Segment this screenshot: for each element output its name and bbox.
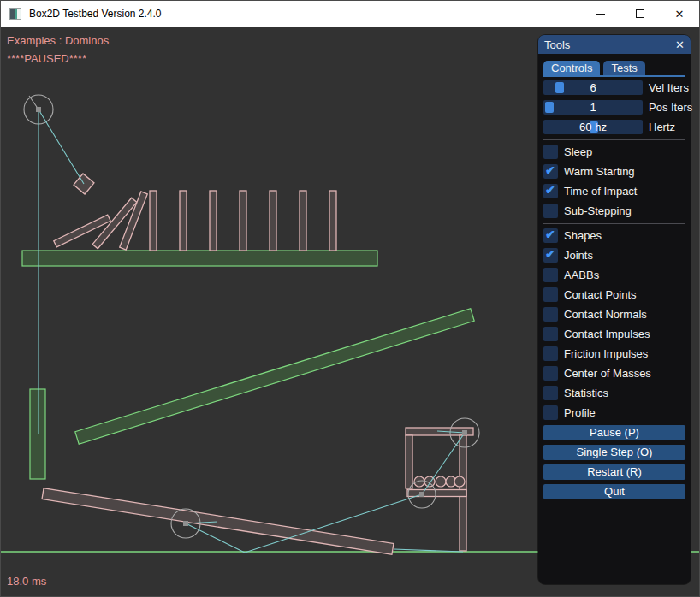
checkbox-contact-points[interactable]: Contact Points: [543, 287, 685, 302]
dynamic-body[interactable]: [240, 191, 246, 251]
minimize-icon: [596, 14, 605, 15]
slider-value-vel-iters: 6: [543, 80, 643, 95]
checkbox-label-friction-impulses: Friction Impulses: [564, 347, 648, 360]
checkbox-box-profile[interactable]: [543, 405, 558, 420]
slider-label-pos-iters: Pos Iters: [649, 101, 692, 114]
checkbox-section: Sleep✔Warm Starting✔Time of ImpactSub-St…: [543, 139, 685, 420]
dynamic-body[interactable]: [407, 490, 466, 497]
checkbox-box-contact-impulses[interactable]: [543, 327, 558, 341]
pause-p-button[interactable]: Pause (P): [543, 425, 685, 440]
check-icon: ✔: [545, 163, 555, 177]
slider-hertz[interactable]: 60 hz: [543, 120, 643, 134]
checkbox-label-contact-impulses: Contact Impulses: [564, 328, 650, 340]
static-body: [30, 389, 45, 479]
checkbox-label-profile: Profile: [564, 406, 596, 419]
paused-label: ****PAUSED****: [7, 52, 86, 65]
slider-row-hertz: 60 hzHertz: [543, 120, 685, 134]
dynamic-ball[interactable]: [454, 476, 465, 487]
app-icon: [9, 8, 21, 20]
checkbox-label-time-of-impact: Time of Impact: [564, 185, 637, 198]
separator: [543, 139, 685, 140]
marker-center: [419, 492, 424, 497]
dynamic-body[interactable]: [180, 191, 187, 251]
checkbox-label-contact-points: Contact Points: [564, 288, 637, 301]
checkbox-sub-stepping[interactable]: Sub-Stepping: [543, 204, 685, 218]
checkbox-warm-starting[interactable]: ✔Warm Starting: [543, 164, 685, 179]
checkbox-label-sub-stepping: Sub-Stepping: [564, 204, 632, 217]
quit-button[interactable]: Quit: [543, 484, 685, 499]
close-icon: ✕: [675, 9, 685, 20]
checkbox-box-time-of-impact[interactable]: ✔: [543, 184, 558, 198]
dynamic-body[interactable]: [406, 435, 412, 488]
window-title: Box2D Testbed Version 2.4.0: [29, 8, 162, 20]
checkbox-center-of-masses[interactable]: Center of Masses: [543, 366, 685, 381]
checkbox-sleep[interactable]: Sleep: [543, 145, 685, 159]
checkbox-profile[interactable]: Profile: [543, 405, 685, 420]
tab-tests[interactable]: Tests: [603, 61, 644, 75]
tab-controls[interactable]: Controls: [543, 61, 600, 75]
checkbox-box-sleep[interactable]: [543, 145, 558, 159]
marker-center: [462, 430, 467, 435]
example-label: Examples : Dominos: [7, 34, 109, 47]
checkbox-box-contact-points[interactable]: [543, 287, 558, 302]
slider-label-hertz: Hertz: [649, 121, 675, 133]
dynamic-body[interactable]: [300, 191, 306, 251]
window-controls: ✕: [581, 1, 699, 27]
slider-row-pos-iters: 1Pos Iters: [543, 100, 685, 115]
check-icon: ✔: [545, 183, 555, 197]
checkbox-box-aabbs[interactable]: [543, 268, 558, 282]
checkbox-contact-impulses[interactable]: Contact Impulses: [543, 327, 685, 341]
marker-center: [183, 521, 188, 526]
checkbox-box-sub-stepping[interactable]: [543, 204, 558, 218]
joint-line: [39, 109, 84, 184]
slider-vel-iters[interactable]: 6: [543, 80, 643, 95]
slider-label-vel-iters: Vel Iters: [649, 81, 689, 94]
tools-panel-titlebar[interactable]: Tools ✕: [538, 35, 691, 54]
dynamic-body[interactable]: [270, 191, 276, 251]
dynamic-body[interactable]: [150, 191, 157, 251]
checkbox-box-center-of-masses[interactable]: [543, 366, 558, 381]
marker-center: [36, 107, 41, 112]
checkbox-statistics[interactable]: Statistics: [543, 386, 685, 400]
checkbox-box-warm-starting[interactable]: ✔: [543, 164, 558, 179]
dynamic-ball[interactable]: [436, 476, 446, 487]
dynamic-ball[interactable]: [414, 476, 424, 487]
tools-panel-close-icon[interactable]: ✕: [675, 38, 685, 51]
checkbox-label-aabbs: AABBs: [564, 269, 599, 281]
checkbox-box-friction-impulses[interactable]: [543, 346, 558, 361]
checkbox-box-contact-normals[interactable]: [543, 307, 558, 322]
checkbox-shapes[interactable]: ✔Shapes: [543, 228, 685, 243]
close-button[interactable]: ✕: [660, 1, 699, 27]
static-body: [22, 251, 377, 266]
dynamic-body[interactable]: [210, 191, 217, 251]
maximize-icon: [636, 9, 644, 18]
tab-bar: ControlsTests: [543, 61, 685, 77]
checkbox-aabbs[interactable]: AABBs: [543, 268, 685, 282]
checkbox-box-statistics[interactable]: [543, 386, 558, 400]
tools-panel: Tools ✕ ControlsTests 6Vel Iters1Pos Ite…: [538, 35, 691, 584]
maximize-button[interactable]: [620, 1, 660, 27]
checkbox-label-statistics: Statistics: [564, 387, 608, 399]
checkbox-box-joints[interactable]: ✔: [543, 248, 558, 263]
checkbox-contact-normals[interactable]: Contact Normals: [543, 307, 685, 322]
static-ramp: [75, 309, 474, 444]
tools-panel-title: Tools: [544, 38, 570, 51]
button-section: Pause (P)Single Step (O)Restart (R)Quit: [543, 425, 685, 499]
checkbox-label-warm-starting: Warm Starting: [564, 165, 635, 178]
single-step-o-button[interactable]: Single Step (O): [543, 445, 685, 460]
checkbox-time-of-impact[interactable]: ✔Time of Impact: [543, 184, 685, 198]
tools-panel-body: ControlsTests 6Vel Iters1Pos Iters60 hzH…: [538, 54, 691, 499]
checkbox-label-contact-normals: Contact Normals: [564, 308, 647, 321]
slider-pos-iters[interactable]: 1: [543, 100, 643, 115]
checkbox-joints[interactable]: ✔Joints: [543, 248, 685, 263]
frame-time-label: 18.0 ms: [7, 575, 46, 588]
slider-value-pos-iters: 1: [543, 100, 643, 115]
checkbox-friction-impulses[interactable]: Friction Impulses: [543, 346, 685, 361]
dynamic-body[interactable]: [329, 191, 336, 251]
restart-r-button[interactable]: Restart (R): [543, 464, 685, 480]
slider-value-hertz: 60 hz: [543, 120, 643, 134]
os-titlebar: Box2D Testbed Version 2.4.0 ✕: [1, 1, 699, 27]
checkbox-label-shapes: Shapes: [564, 229, 602, 242]
minimize-button[interactable]: [581, 1, 620, 27]
checkbox-box-shapes[interactable]: ✔: [543, 228, 558, 243]
